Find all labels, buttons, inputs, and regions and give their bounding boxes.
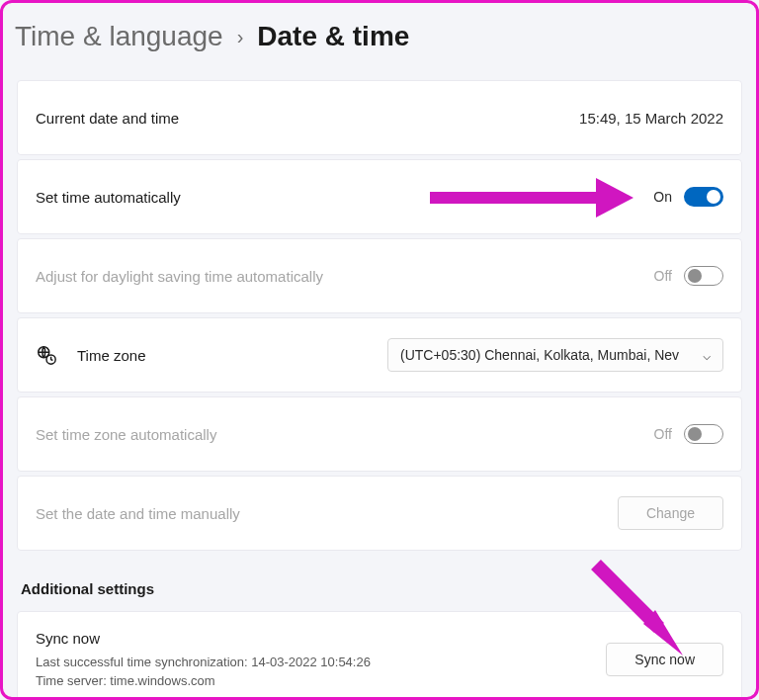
current-datetime-value: 15:49, 15 March 2022 — [579, 110, 723, 127]
timezone-auto-toggle — [684, 424, 723, 444]
sync-server: Time server: time.windows.com — [36, 671, 371, 691]
globe-clock-icon — [36, 344, 57, 366]
sync-now-button[interactable]: Sync now — [606, 643, 723, 676]
set-time-auto-row[interactable]: Set time automatically On — [17, 159, 742, 234]
breadcrumb-parent[interactable]: Time & language — [15, 21, 223, 52]
set-time-auto-label: Set time automatically — [36, 189, 181, 206]
manual-datetime-label: Set the date and time manually — [36, 505, 240, 522]
timezone-label: Time zone — [77, 347, 145, 364]
sync-title: Sync now — [36, 628, 371, 651]
timezone-auto-label: Set time zone automatically — [36, 426, 216, 443]
dst-row: Adjust for daylight saving time automati… — [17, 238, 742, 313]
chevron-right-icon: › — [237, 26, 244, 48]
breadcrumb-current: Date & time — [257, 21, 409, 52]
timezone-dropdown[interactable]: (UTC+05:30) Chennai, Kolkata, Mumbai, Ne… — [387, 338, 723, 372]
change-button: Change — [618, 496, 723, 530]
additional-settings-heading: Additional settings — [3, 555, 756, 611]
dst-toggle — [684, 266, 723, 286]
breadcrumb: Time & language › Date & time — [3, 3, 756, 80]
timezone-selected: (UTC+05:30) Chennai, Kolkata, Mumbai, Ne… — [400, 347, 679, 363]
sync-now-row: Sync now Last successful time synchroniz… — [17, 611, 742, 700]
chevron-down-icon: ⌵ — [703, 347, 711, 363]
timezone-auto-row: Set time zone automatically Off — [17, 396, 742, 472]
manual-datetime-row: Set the date and time manually Change — [17, 476, 742, 551]
timezone-auto-state: Off — [654, 426, 672, 442]
dst-state: Off — [654, 268, 672, 284]
current-datetime-row: Current date and time 15:49, 15 March 20… — [17, 80, 742, 155]
set-time-auto-state: On — [653, 189, 672, 205]
timezone-row: Time zone (UTC+05:30) Chennai, Kolkata, … — [17, 317, 742, 393]
set-time-auto-toggle[interactable] — [684, 187, 723, 207]
sync-last: Last successful time synchronization: 14… — [36, 653, 371, 672]
current-datetime-label: Current date and time — [36, 110, 179, 127]
dst-label: Adjust for daylight saving time automati… — [36, 268, 323, 285]
